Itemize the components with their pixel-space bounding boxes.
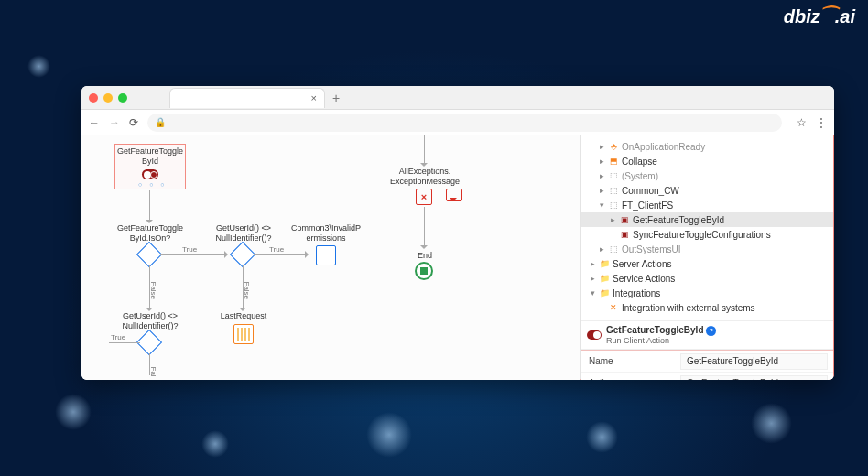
back-icon[interactable]: ← bbox=[89, 116, 100, 129]
node-start[interactable]: GetFeatureToggle ById bbox=[109, 146, 191, 167]
prop-value-name[interactable]: GetFeatureToggleById bbox=[680, 353, 828, 370]
new-tab-button[interactable]: + bbox=[332, 91, 340, 105]
edge-true: True bbox=[182, 245, 197, 254]
tree-item-selected[interactable]: ▸▣GetFeatureToggleById bbox=[581, 212, 833, 227]
properties-panel: ▸⬘OnApplicationReady ▸⬒Collapse ▸⬚(Syste… bbox=[580, 135, 834, 380]
prop-row: Name GetFeatureToggleById bbox=[581, 351, 833, 373]
tree-item[interactable]: ✕Integration with external systems bbox=[581, 300, 833, 315]
edge-fal: Fal bbox=[149, 367, 157, 377]
tree-item[interactable]: ▾⬚FT_ClientFS bbox=[581, 198, 833, 212]
tab-close-icon[interactable]: × bbox=[311, 92, 317, 103]
browser-window: × + ← → ⟳ 🔒 ☆ ⋮ GetFeatureToggle ById ○ … bbox=[81, 86, 834, 380]
tree-item[interactable]: ▸📁Server Actions bbox=[581, 256, 833, 271]
forward-icon[interactable]: → bbox=[109, 116, 120, 129]
brand-logo: dbiz⁀.ai bbox=[784, 5, 855, 27]
edge-true: True bbox=[269, 245, 284, 254]
prop-value-action[interactable]: GetFeatureToggleById bbox=[680, 375, 828, 381]
diamond-icon bbox=[136, 330, 162, 355]
window-min-dot[interactable] bbox=[103, 93, 113, 103]
lock-icon: 🔒 bbox=[155, 117, 166, 127]
action-box-icon bbox=[316, 245, 336, 265]
end-icon bbox=[415, 262, 433, 280]
help-icon[interactable]: ? bbox=[706, 326, 716, 336]
properties-grid: Name GetFeatureToggleById Action GetFeat… bbox=[581, 350, 833, 380]
prop-label: Name bbox=[581, 356, 680, 366]
tree-item[interactable]: ▸📁Service Actions bbox=[581, 271, 833, 286]
section-subtitle: Run Client Action bbox=[606, 336, 716, 345]
toggle-icon bbox=[587, 330, 602, 340]
bookmark-icon[interactable]: ☆ bbox=[797, 116, 807, 129]
window-max-dot[interactable] bbox=[118, 93, 127, 103]
flow-canvas[interactable]: GetFeatureToggle ById ○ ○ ○ GetFeatureTo… bbox=[81, 135, 580, 380]
node-permissions[interactable]: Common3\InvalidP ermissions bbox=[285, 223, 367, 243]
node-decision3[interactable]: GetUserId() <> NullIdentifier()? bbox=[109, 311, 191, 331]
diamond-icon bbox=[136, 242, 162, 267]
window-titlebar: × + bbox=[81, 86, 834, 110]
tree-item[interactable]: ▸⬚(System) bbox=[581, 168, 833, 183]
tree-item[interactable]: ▸⬘OnApplicationReady bbox=[581, 139, 833, 154]
edge-false: False bbox=[149, 282, 157, 300]
node-end[interactable]: End bbox=[384, 251, 466, 261]
window-close-dot[interactable] bbox=[89, 93, 98, 103]
edge-false: False bbox=[243, 282, 251, 300]
url-field[interactable]: 🔒 bbox=[147, 114, 782, 132]
tree-item[interactable]: ▣SyncFeatureToggleConfigurations bbox=[581, 227, 833, 242]
node-decision2[interactable]: GetUserId() <> NullIdentifier()? bbox=[202, 223, 285, 243]
node-lastrequest[interactable]: LastRequest bbox=[202, 311, 285, 321]
prop-label: Action bbox=[581, 378, 680, 380]
error-icon: × bbox=[416, 189, 432, 205]
tree-item[interactable]: ▸⬒Collapse bbox=[581, 154, 833, 168]
tree-view: ▸⬘OnApplicationReady ▸⬒Collapse ▸⬚(Syste… bbox=[581, 135, 833, 320]
section-title: GetFeatureToggleById bbox=[606, 325, 704, 335]
message-icon bbox=[446, 189, 462, 201]
tree-item[interactable]: ▾📁Integrations bbox=[581, 286, 833, 300]
prop-row: Action GetFeatureToggleById bbox=[581, 373, 833, 380]
edge-true: True bbox=[111, 333, 125, 341]
toggle-icon bbox=[142, 169, 158, 179]
address-bar: ← → ⟳ 🔒 ☆ ⋮ bbox=[81, 110, 834, 135]
node-exception[interactable]: AllExceptions. ExceptionMessage bbox=[384, 167, 466, 187]
node-decision1[interactable]: GetFeatureToggle ById.IsOn? bbox=[109, 223, 191, 243]
menu-icon[interactable]: ⋮ bbox=[816, 116, 827, 129]
tree-item[interactable]: ▸⬚Common_CW bbox=[581, 183, 833, 198]
diamond-icon bbox=[230, 242, 255, 267]
browser-tab[interactable]: × bbox=[169, 88, 325, 108]
section-header: GetFeatureToggleById ? Run Client Action bbox=[581, 320, 833, 350]
tree-item[interactable]: ▸⬚OutSystemsUI bbox=[581, 242, 833, 256]
reload-icon[interactable]: ⟳ bbox=[129, 116, 138, 129]
